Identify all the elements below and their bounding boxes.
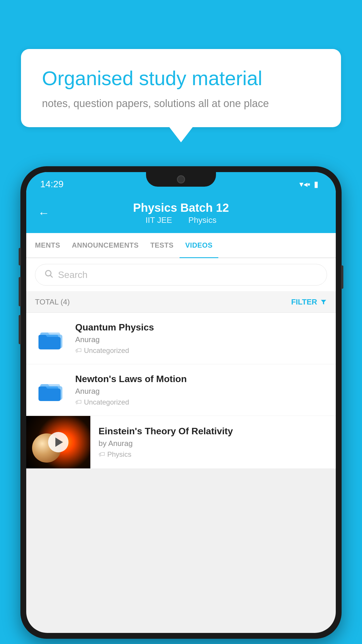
filter-icon bbox=[320, 299, 327, 306]
video-thumbnail-image bbox=[26, 416, 90, 468]
list-item[interactable]: Newton's Laws of Motion Anurag 🏷 Uncateg… bbox=[26, 364, 336, 416]
tab-videos[interactable]: VIDEOS bbox=[180, 233, 219, 258]
tag-icon: 🏷 bbox=[99, 451, 105, 458]
speech-bubble-card: Organised study material notes, question… bbox=[21, 49, 341, 127]
phone-mockup: 14:29 ▾◂▪ ▮ ← Physics Batch 12 IIT JEE P… bbox=[20, 166, 342, 639]
tag-label: Uncategorized bbox=[84, 346, 129, 355]
svg-point-0 bbox=[45, 270, 51, 276]
back-button[interactable]: ← bbox=[38, 206, 50, 220]
video-author: Anurag bbox=[75, 335, 327, 344]
video-title: Quantum Physics bbox=[75, 322, 327, 333]
volume-up-button bbox=[19, 277, 21, 306]
video-tag: 🏷 Uncategorized bbox=[75, 398, 327, 406]
bubble-arrow bbox=[169, 127, 193, 142]
video-title: Newton's Laws of Motion bbox=[75, 374, 327, 384]
tab-ments[interactable]: MENTS bbox=[29, 233, 66, 258]
filter-label: FILTER bbox=[291, 298, 317, 307]
tab-tests[interactable]: TESTS bbox=[145, 233, 180, 258]
folder-icon bbox=[38, 378, 64, 402]
folder-thumbnail bbox=[35, 322, 67, 354]
header-title: Physics Batch 12 bbox=[133, 201, 229, 214]
search-icon bbox=[44, 269, 53, 281]
total-count: TOTAL (4) bbox=[35, 298, 70, 307]
list-item[interactable]: Quantum Physics Anurag 🏷 Uncategorized bbox=[26, 313, 336, 364]
tag-icon: 🏷 bbox=[75, 398, 82, 406]
speech-bubble-section: Organised study material notes, question… bbox=[21, 49, 341, 142]
header-subtitle-physics: Physics bbox=[188, 216, 216, 225]
filter-bar: TOTAL (4) FILTER bbox=[26, 292, 336, 313]
phone-screen: 14:29 ▾◂▪ ▮ ← Physics Batch 12 IIT JEE P… bbox=[26, 172, 336, 633]
phone-outer-shell: 14:29 ▾◂▪ ▮ ← Physics Batch 12 IIT JEE P… bbox=[20, 166, 342, 639]
folder-icon bbox=[38, 327, 64, 350]
svg-marker-2 bbox=[321, 300, 326, 304]
power-button bbox=[341, 265, 343, 289]
video-title: Einstein's Theory Of Relativity bbox=[99, 426, 327, 437]
video-author: by Anurag bbox=[99, 439, 327, 448]
video-tag: 🏷 Uncategorized bbox=[75, 346, 327, 355]
status-time: 14:29 bbox=[40, 179, 64, 190]
list-item[interactable]: Einstein's Theory Of Relativity by Anura… bbox=[26, 416, 336, 469]
volume-silent-button bbox=[19, 248, 21, 265]
bubble-title: Organised study material bbox=[42, 66, 320, 90]
header-center: Physics Batch 12 IIT JEE Physics bbox=[133, 201, 229, 225]
tag-label: Uncategorized bbox=[84, 398, 129, 406]
search-placeholder: Search bbox=[58, 270, 87, 280]
play-button[interactable] bbox=[48, 432, 68, 452]
phone-notch bbox=[146, 172, 216, 187]
header-subtitle: IIT JEE Physics bbox=[133, 216, 229, 225]
status-icons: ▾◂▪ ▮ bbox=[299, 179, 318, 189]
tag-icon: 🏷 bbox=[75, 347, 82, 354]
battery-icon: ▮ bbox=[314, 179, 318, 189]
video-tag: 🏷 Physics bbox=[99, 450, 327, 459]
volume-down-button bbox=[19, 315, 21, 344]
folder-thumbnail bbox=[35, 374, 67, 406]
search-input-wrapper[interactable]: Search bbox=[35, 264, 327, 286]
bubble-subtitle: notes, question papers, solutions all at… bbox=[42, 97, 320, 110]
play-triangle-icon bbox=[55, 438, 63, 447]
filter-button[interactable]: FILTER bbox=[291, 298, 327, 307]
svg-line-1 bbox=[50, 275, 52, 277]
video-list: Quantum Physics Anurag 🏷 Uncategorized bbox=[26, 313, 336, 469]
header-subtitle-iitjee: IIT JEE bbox=[145, 216, 172, 225]
front-camera bbox=[177, 175, 185, 183]
video-info: Quantum Physics Anurag 🏷 Uncategorized bbox=[75, 322, 327, 355]
tab-announcements[interactable]: ANNOUNCEMENTS bbox=[66, 233, 145, 258]
app-header: ← Physics Batch 12 IIT JEE Physics bbox=[26, 193, 336, 233]
tag-label: Physics bbox=[107, 450, 131, 459]
search-container: Search bbox=[26, 258, 336, 292]
tabs-bar: MENTS ANNOUNCEMENTS TESTS VIDEOS bbox=[26, 233, 336, 258]
video-info: Newton's Laws of Motion Anurag 🏷 Uncateg… bbox=[75, 374, 327, 406]
video-info: Einstein's Theory Of Relativity by Anura… bbox=[90, 419, 327, 466]
video-author: Anurag bbox=[75, 387, 327, 396]
wifi-icon: ▾◂▪ bbox=[299, 179, 310, 189]
